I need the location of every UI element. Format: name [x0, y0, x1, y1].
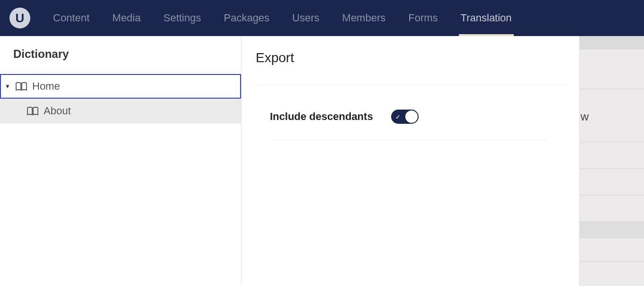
- nav-settings[interactable]: Settings: [163, 0, 201, 36]
- top-navigation: U Content Media Settings Packages Users …: [0, 0, 644, 36]
- field-label: Include descendants: [270, 111, 391, 123]
- divider: [274, 140, 547, 140]
- sidebar-heading: Dictionary: [0, 36, 241, 74]
- main-panel: Export Include descendants ✓: [242, 36, 580, 286]
- background-row-text: w: [580, 89, 644, 123]
- sidebar: Dictionary ▼ Home: [0, 36, 242, 286]
- book-icon: [27, 106, 39, 116]
- page-title: Export: [256, 36, 565, 85]
- nav-members[interactable]: Members: [342, 0, 386, 36]
- workspace: w Dictionary ▼ Home: [0, 36, 644, 286]
- umbraco-logo[interactable]: U: [9, 8, 30, 28]
- book-icon: [15, 82, 27, 91]
- tree-item-label: About: [44, 105, 71, 117]
- tree-item-about[interactable]: About: [0, 99, 241, 123]
- field-include-descendants: Include descendants ✓: [256, 85, 565, 140]
- nav-content[interactable]: Content: [53, 0, 89, 36]
- tree-item-label: Home: [32, 80, 60, 92]
- toggle-knob: [405, 111, 418, 123]
- background-panel: w: [580, 36, 644, 286]
- nav-forms[interactable]: Forms: [408, 0, 438, 36]
- nav-media[interactable]: Media: [112, 0, 141, 36]
- nav-translation[interactable]: Translation: [461, 0, 512, 36]
- dictionary-tree: ▼ Home About: [0, 74, 241, 123]
- nav-packages[interactable]: Packages: [224, 0, 269, 36]
- check-icon: ✓: [395, 113, 401, 120]
- nav-users[interactable]: Users: [292, 0, 319, 36]
- tree-item-home[interactable]: ▼ Home: [0, 74, 241, 99]
- include-descendants-toggle[interactable]: ✓: [391, 110, 419, 124]
- caret-down-icon[interactable]: ▼: [5, 83, 10, 90]
